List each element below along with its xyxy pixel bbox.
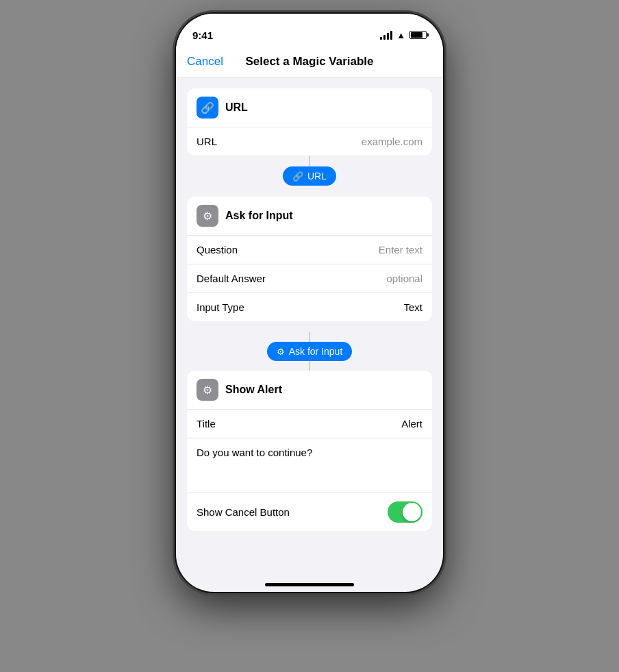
show-alert-title: Show Alert xyxy=(225,384,282,396)
ask-for-input-magic-pill[interactable]: ⚙ Ask for Input xyxy=(267,342,353,361)
show-cancel-button-row: Show Cancel Button xyxy=(187,493,432,531)
input-type-label: Input Type xyxy=(197,301,244,313)
nav-bar: Cancel Select a Magic Variable xyxy=(176,48,443,77)
url-pill-label: URL xyxy=(307,171,327,182)
url-icon: 🔗 xyxy=(197,97,218,119)
ask-for-input-header: ⚙ Ask for Input xyxy=(187,197,432,235)
ask-for-input-icon: ⚙ xyxy=(197,205,218,227)
ask-for-input-title: Ask for Input xyxy=(225,210,293,222)
wifi-icon: ▲ xyxy=(396,30,405,40)
alert-message-row[interactable]: Do you want to continue? xyxy=(187,438,432,493)
question-label: Question xyxy=(197,244,238,256)
default-answer-placeholder: optional xyxy=(386,273,422,284)
status-time: 9:41 xyxy=(192,29,213,41)
battery-icon xyxy=(409,31,427,39)
ask-pill-icon: ⚙ xyxy=(277,347,285,357)
input-type-value: Text xyxy=(403,301,422,313)
page-title: Select a Magic Variable xyxy=(245,55,373,69)
url-pill-icon: 🔗 xyxy=(292,171,303,182)
scroll-content: 🔗 URL URL example.com 🔗 URL xyxy=(176,77,443,587)
url-card-header: 🔗 URL xyxy=(187,88,432,127)
show-alert-card: ⚙ Show Alert Title Alert Do you want to … xyxy=(187,371,432,531)
status-bar: 9:41 ▲ xyxy=(176,14,443,48)
alert-title-label: Title xyxy=(197,418,216,430)
ask-pill-line-down xyxy=(310,361,310,371)
url-label: URL xyxy=(197,136,217,147)
url-pill-area: 🔗 URL xyxy=(187,166,432,186)
default-answer-label: Default Answer xyxy=(197,273,266,284)
alert-message-text: Do you want to continue? xyxy=(197,447,312,458)
show-alert-header: ⚙ Show Alert xyxy=(187,371,432,409)
home-indicator xyxy=(265,583,354,586)
default-answer-row[interactable]: Default Answer optional xyxy=(187,264,432,293)
input-type-row[interactable]: Input Type Text xyxy=(187,293,432,321)
url-line-up xyxy=(310,155,310,166)
question-placeholder: Enter text xyxy=(379,244,422,256)
cancel-button[interactable]: Cancel xyxy=(187,55,223,69)
ask-for-input-card: ⚙ Ask for Input Question Enter text Defa… xyxy=(187,197,432,321)
ask-pill-label: Ask for Input xyxy=(289,346,343,357)
phone-frame: 9:41 ▲ Cancel Select a Magic Variable xyxy=(176,14,443,592)
url-pill-row: 🔗 URL xyxy=(187,166,432,186)
ask-for-input-pill-container: ⚙ Ask for Input xyxy=(187,332,432,371)
url-card: 🔗 URL URL example.com xyxy=(187,88,432,155)
ask-pill-line-up xyxy=(310,332,310,342)
url-magic-pill[interactable]: 🔗 URL xyxy=(283,166,336,186)
url-placeholder: example.com xyxy=(362,136,422,147)
signal-bars-icon xyxy=(380,31,392,40)
url-card-title: URL xyxy=(225,101,248,114)
show-cancel-label: Show Cancel Button xyxy=(197,506,290,518)
status-icons: ▲ xyxy=(380,30,427,40)
show-alert-icon: ⚙ xyxy=(197,379,218,401)
show-cancel-toggle[interactable] xyxy=(388,501,422,523)
question-row[interactable]: Question Enter text xyxy=(187,235,432,264)
alert-title-value: Alert xyxy=(401,418,422,430)
alert-title-row[interactable]: Title Alert xyxy=(187,409,432,438)
url-row[interactable]: URL example.com xyxy=(187,127,432,155)
